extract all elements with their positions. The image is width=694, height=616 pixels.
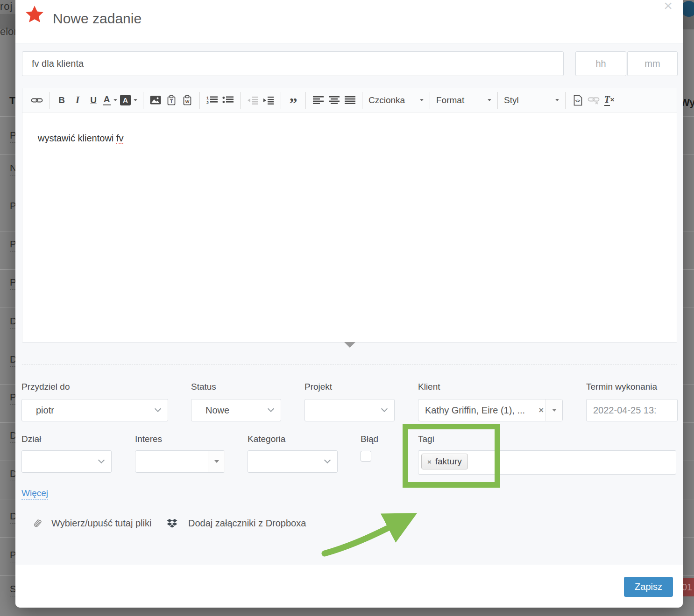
text-color-button[interactable]: A [103,92,117,109]
error-label: Błąd [361,434,378,444]
style-dropdown[interactable]: Styl [504,95,559,105]
client-dropdown-button[interactable] [545,399,562,421]
annotation-arrow [314,507,445,565]
toolbar-divider [240,92,241,109]
department-select[interactable] [21,450,112,473]
assign-label: Przydziel do [21,382,70,392]
svg-text:T: T [170,98,173,104]
numbered-list-icon[interactable]: 12 [205,92,219,109]
interest-dropdown-button[interactable] [208,451,225,472]
underline-button[interactable]: U [87,92,100,109]
department-label: Dział [21,434,41,444]
link-icon[interactable] [30,92,43,109]
svg-text:W: W [185,99,190,104]
editor-text: wystawić klientowi [38,133,116,143]
background-navbar-text: roj [0,0,13,13]
triangle-down-icon [552,409,557,412]
modal-footer: Zapisz [15,565,683,608]
tags-label: Tagi [418,434,434,444]
error-checkbox[interactable] [361,451,371,462]
close-icon[interactable]: × [664,0,673,13]
toolbar-divider [305,92,306,109]
triangle-down-icon [214,460,219,463]
toolbar-divider [143,92,143,109]
toolbar-divider [362,92,362,109]
caret-down-icon [134,99,137,101]
file-upload-link[interactable]: Wybierz/upuść tutaj pliki [51,518,151,529]
indent-icon[interactable] [262,92,275,109]
more-link[interactable]: Więcej [21,488,48,500]
due-date-label: Termin wykonania [586,382,657,392]
task-title-input[interactable] [22,51,564,76]
status-label: Status [191,382,216,392]
chevron-down-icon [268,406,274,412]
notification-icon [681,1,694,17]
bold-button[interactable]: B [55,92,68,109]
category-select[interactable] [248,450,338,473]
chevron-down-icon [381,406,388,412]
editor-content[interactable]: wystawić klientowi fv [22,112,677,342]
font-dropdown[interactable]: Czcionka [368,95,424,105]
toolbar-divider [497,92,498,109]
insert-image-icon[interactable] [149,92,162,109]
tag-text: faktury [435,456,462,467]
hours-input[interactable] [575,51,626,76]
tag-pill: × faktury [421,454,468,469]
interest-select[interactable] [135,450,225,473]
new-task-modal: Nowe zadanie × B I U A A [15,0,683,608]
toolbar-divider [199,92,200,109]
toolbar-divider [49,92,50,109]
paste-as-text-icon[interactable]: T [165,92,178,109]
svg-text:1: 1 [206,96,209,100]
svg-text:2: 2 [206,100,209,105]
interest-label: Interes [135,434,162,444]
status-select[interactable]: Nowe [191,399,281,421]
minutes-input[interactable] [627,51,678,76]
remove-format-icon[interactable]: T✕ [603,92,616,109]
star-icon [24,4,45,25]
tag-remove-icon[interactable]: × [427,458,432,466]
dropbox-upload-link[interactable]: Dodaj załączniki z Dropboxa [188,518,306,529]
align-center-icon[interactable] [327,92,340,109]
outdent-icon[interactable] [246,92,259,109]
assign-select[interactable]: piotr [21,399,168,421]
tags-input[interactable]: × faktury [418,450,676,475]
text-color-icon: A [103,95,111,105]
paste-from-word-icon[interactable]: W [181,92,194,109]
client-value: Kathy Griffin, Eire (1), ... [425,405,534,416]
chevron-down-icon [324,457,331,463]
due-date-input[interactable] [586,399,678,421]
align-left-icon[interactable] [312,92,325,109]
background-table-header-left: T [9,95,15,107]
modal-title: Nowe zadanie [53,11,142,27]
justify-icon[interactable] [343,92,356,109]
caret-down-icon [420,99,424,101]
source-code-icon[interactable]: <> [571,92,584,109]
toolbar-divider [430,92,430,109]
bullet-list-icon[interactable] [221,92,234,109]
client-select[interactable]: Kathy Griffin, Eire (1), ... × [418,399,563,421]
misspelled-word: fv [116,133,124,144]
editor-toolbar: B I U A A T W 12 [22,88,677,112]
rich-text-editor: B I U A A T W 12 [22,88,677,343]
modal-header: Nowe zadanie × [15,0,683,43]
unlink-icon[interactable] [587,92,600,109]
client-remove-icon[interactable]: × [538,406,544,415]
chevron-down-icon [155,406,161,412]
project-select[interactable] [305,399,395,421]
bg-color-icon: A [120,95,131,105]
toolbar-divider [281,92,281,109]
blockquote-icon[interactable]: ” [287,92,300,109]
category-label: Kategoria [248,434,285,444]
caret-down-icon [488,99,491,101]
editor-resize-handle[interactable] [344,342,355,348]
format-dropdown[interactable]: Format [436,95,491,105]
paperclip-icon [32,518,42,530]
bg-color-button[interactable]: A [120,92,137,109]
svg-text:<>: <> [575,98,580,103]
save-button[interactable]: Zapisz [624,577,673,597]
caret-down-icon [113,99,117,101]
section-divider [22,364,677,365]
client-label: Klient [418,382,440,392]
italic-button[interactable]: I [71,92,84,109]
